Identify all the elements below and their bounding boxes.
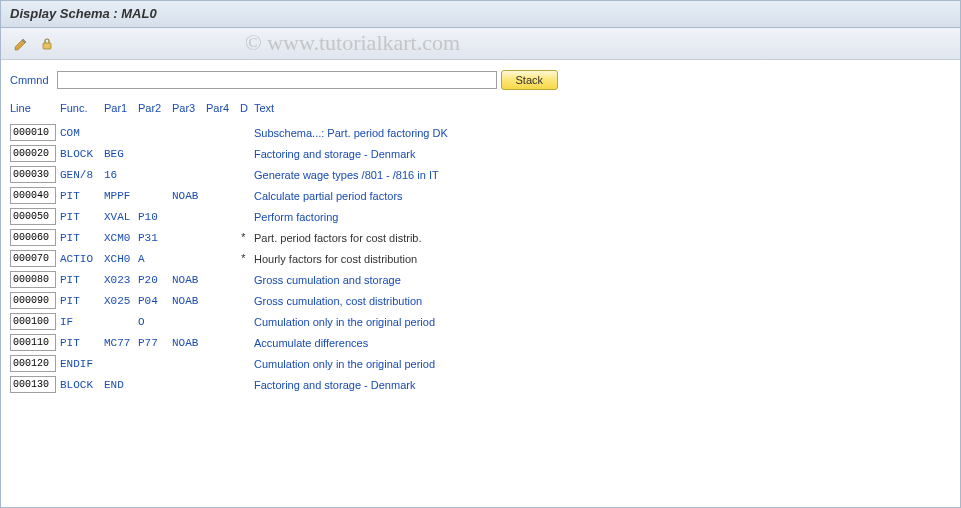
table-row: ACTIOXCH0A*Hourly factors for cost distr… xyxy=(10,248,951,269)
cell-func: GEN/8 xyxy=(60,169,104,181)
cell-func: IF xyxy=(60,316,104,328)
cell-par3: NOAB xyxy=(172,337,206,349)
cell-d: * xyxy=(240,232,254,244)
table-row: PITMPPFNOABCalculate partial period fact… xyxy=(10,185,951,206)
cell-text: Subschema...: Part. period factoring DK xyxy=(254,127,951,139)
header-text: Text xyxy=(254,102,951,114)
cell-text: Cumulation only in the original period xyxy=(254,316,951,328)
cell-text: Perform factoring xyxy=(254,211,951,223)
cell-func: COM xyxy=(60,127,104,139)
cell-text: Calculate partial period factors xyxy=(254,190,951,202)
header-par2: Par2 xyxy=(138,102,172,114)
header-d: D xyxy=(240,102,254,114)
table-row: PITXCM0P31*Part. period factors for cost… xyxy=(10,227,951,248)
table-header: Line Func. Par1 Par2 Par3 Par4 D Text xyxy=(10,98,951,118)
cell-par1: X025 xyxy=(104,295,138,307)
cell-func: PIT xyxy=(60,232,104,244)
command-label: Cmmnd xyxy=(10,74,49,86)
cell-par3: NOAB xyxy=(172,295,206,307)
table-row: GEN/816Generate wage types /801 - /816 i… xyxy=(10,164,951,185)
cell-par2: P31 xyxy=(138,232,172,244)
cell-text: Generate wage types /801 - /816 in IT xyxy=(254,169,951,181)
lock-icon[interactable] xyxy=(36,34,58,54)
cell-text: Part. period factors for cost distrib. xyxy=(254,232,951,244)
cell-par2: P20 xyxy=(138,274,172,286)
cell-text: Accumulate differences xyxy=(254,337,951,349)
cell-par2: P04 xyxy=(138,295,172,307)
line-input[interactable] xyxy=(10,271,56,288)
cell-func: BLOCK xyxy=(60,379,104,391)
cell-d: * xyxy=(240,253,254,265)
window-title: Display Schema : MAL0 xyxy=(0,0,961,28)
line-input[interactable] xyxy=(10,355,56,372)
cell-func: PIT xyxy=(60,274,104,286)
header-line: Line xyxy=(10,102,60,114)
edit-icon[interactable] xyxy=(10,34,32,54)
table-row: BLOCKENDFactoring and storage - Denmark xyxy=(10,374,951,395)
cell-func: PIT xyxy=(60,337,104,349)
cell-func: BLOCK xyxy=(60,148,104,160)
line-input[interactable] xyxy=(10,292,56,309)
line-input[interactable] xyxy=(10,145,56,162)
cell-text: Factoring and storage - Denmark xyxy=(254,148,951,160)
header-func: Func. xyxy=(60,102,104,114)
line-input[interactable] xyxy=(10,124,56,141)
cell-par1: END xyxy=(104,379,138,391)
cell-text: Gross cumulation and storage xyxy=(254,274,951,286)
cell-func: ENDIF xyxy=(60,358,104,370)
cell-par3: NOAB xyxy=(172,190,206,202)
table-row: COMSubschema...: Part. period factoring … xyxy=(10,122,951,143)
table-row: IFOCumulation only in the original perio… xyxy=(10,311,951,332)
line-input[interactable] xyxy=(10,166,56,183)
table-row: PITMC77P77NOABAccumulate differences xyxy=(10,332,951,353)
line-input[interactable] xyxy=(10,376,56,393)
line-input[interactable] xyxy=(10,229,56,246)
line-input[interactable] xyxy=(10,334,56,351)
cell-par1: BEG xyxy=(104,148,138,160)
toolbar xyxy=(0,28,961,60)
cell-text: Cumulation only in the original period xyxy=(254,358,951,370)
line-input[interactable] xyxy=(10,313,56,330)
cell-par2: P77 xyxy=(138,337,172,349)
cell-par1: MPPF xyxy=(104,190,138,202)
cell-par1: XCM0 xyxy=(104,232,138,244)
cell-par1: MC77 xyxy=(104,337,138,349)
cell-func: PIT xyxy=(60,190,104,202)
table-row: PITX025P04NOABGross cumulation, cost dis… xyxy=(10,290,951,311)
line-input[interactable] xyxy=(10,208,56,225)
cell-text: Gross cumulation, cost distribution xyxy=(254,295,951,307)
table-row: BLOCKBEGFactoring and storage - Denmark xyxy=(10,143,951,164)
header-par4: Par4 xyxy=(206,102,240,114)
cell-par1: XVAL xyxy=(104,211,138,223)
cell-par2: P10 xyxy=(138,211,172,223)
cell-par2: O xyxy=(138,316,172,328)
stack-button[interactable]: Stack xyxy=(501,70,559,90)
cell-par1: 16 xyxy=(104,169,138,181)
table-row: ENDIFCumulation only in the original per… xyxy=(10,353,951,374)
cell-func: PIT xyxy=(60,295,104,307)
cell-par3: NOAB xyxy=(172,274,206,286)
command-input[interactable] xyxy=(57,71,497,89)
cell-func: PIT xyxy=(60,211,104,223)
svg-rect-0 xyxy=(43,43,51,49)
header-par3: Par3 xyxy=(172,102,206,114)
header-par1: Par1 xyxy=(104,102,138,114)
line-input[interactable] xyxy=(10,250,56,267)
cell-par1: XCH0 xyxy=(104,253,138,265)
cell-par1: X023 xyxy=(104,274,138,286)
cell-text: Hourly factors for cost distribution xyxy=(254,253,951,265)
table-row: PITX023P20NOABGross cumulation and stora… xyxy=(10,269,951,290)
cell-func: ACTIO xyxy=(60,253,104,265)
line-input[interactable] xyxy=(10,187,56,204)
cell-par2: A xyxy=(138,253,172,265)
table-row: PITXVALP10Perform factoring xyxy=(10,206,951,227)
cell-text: Factoring and storage - Denmark xyxy=(254,379,951,391)
